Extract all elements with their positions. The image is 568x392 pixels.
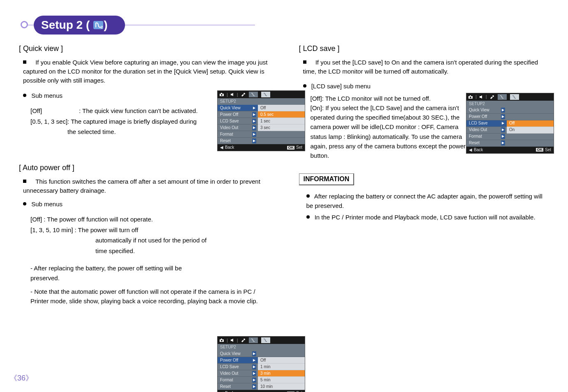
apo-note2: - Note that the automatic power off func… [30, 287, 269, 306]
dot-bullet-icon [303, 84, 306, 88]
page-number: 《36》 [10, 373, 33, 383]
menu-value[interactable]: Off [258, 357, 305, 364]
menu-value-blank [507, 107, 554, 114]
menu-value[interactable]: 3 sec [258, 125, 305, 131]
square-bullet-icon [23, 60, 26, 64]
apo-min-val: automatically if not used for the period… [95, 235, 207, 256]
menu-item-format[interactable]: Format▶ [466, 134, 507, 140]
svg-point-4 [221, 94, 223, 96]
setup2-tab-icon [261, 92, 270, 97]
ok-key[interactable]: OK [287, 146, 294, 150]
dot-bullet-icon [23, 202, 26, 205]
menu-value-blank [507, 134, 554, 140]
menu-value[interactable]: 1 sec [258, 118, 305, 125]
menu-value-selected[interactable]: 3 min [258, 370, 305, 377]
arrow-left-icon: ◀ [220, 145, 223, 150]
menu-item-quick-view[interactable]: Quick View▶ [466, 107, 507, 114]
page-title-pill: Setup 2 ( 2 ) [19, 15, 244, 35]
menu-item-power-off[interactable]: Power Off▶ [218, 111, 258, 118]
menu-screenshot-lcdsave: | | SETUP2 Quick View▶ Power Off▶ LCD Sa… [466, 93, 554, 154]
setup2-tab-icon [261, 337, 270, 343]
menu-value-selected[interactable]: Off [507, 120, 554, 127]
menu-item-power-off[interactable]: Power Off▶ [466, 114, 507, 120]
tool-icon [241, 92, 246, 97]
arrow-right-icon: ▶ [252, 138, 256, 143]
svg-point-8 [221, 340, 223, 341]
arrow-right-icon: ▶ [252, 384, 256, 389]
back-label[interactable]: Back [474, 148, 483, 152]
quick-view-text: If you enable Quick View before capturin… [23, 59, 267, 84]
menu-value[interactable]: 5 min [258, 377, 305, 383]
setup2-tab-icon [510, 94, 519, 100]
arrow-right-icon: ▶ [252, 125, 256, 130]
lcd-save-text: If you set the [LCD save] to On and the … [303, 59, 538, 75]
menu-item-video-out[interactable]: Video Out▶ [218, 125, 258, 131]
apo-min-key: [1, 3, 5, 10 min] : The power will turn … [30, 225, 207, 235]
menu-item-lcd-save[interactable]: LCD Save▶ [218, 364, 258, 370]
arrow-right-icon: ▶ [252, 378, 256, 383]
arrow-left-icon: ◀ [469, 148, 472, 152]
menu-value-blank [507, 140, 554, 147]
arrow-right-icon: ▶ [252, 371, 256, 376]
set-label[interactable]: Set [545, 148, 551, 152]
arrow-right-icon: ▶ [252, 132, 256, 137]
dot-bullet-icon [23, 94, 26, 97]
svg-rect-3 [221, 93, 222, 94]
arrow-right-icon: ▶ [501, 114, 505, 119]
menu-item-reset[interactable]: Reset▶ [218, 383, 258, 390]
menu-header: SETUP2 [466, 101, 554, 107]
information-heading: INFORMATION [299, 173, 355, 185]
dot-bullet-icon [306, 194, 310, 198]
setup2-icon: 2 [93, 21, 104, 30]
arrow-right-icon: ▶ [252, 119, 256, 124]
menu-header: SETUP2 [218, 98, 305, 105]
auto-power-heading: [ Auto power off ] [19, 164, 269, 172]
quick-view-heading: [ Quick view ] [19, 44, 269, 53]
arrow-right-icon: ▶ [252, 358, 256, 363]
arrow-right-icon: ▶ [252, 106, 256, 111]
svg-marker-13 [480, 95, 482, 99]
svg-point-12 [470, 97, 471, 98]
info-text-1: After replacing the battery or connect t… [306, 193, 542, 209]
menu-value[interactable]: 10 min [258, 383, 305, 390]
sound-icon [479, 95, 483, 99]
arrow-right-icon: ▶ [501, 141, 505, 145]
menu-value-blank [258, 131, 305, 138]
tool-icon [241, 338, 246, 342]
menu-item-reset[interactable]: Reset▶ [218, 138, 258, 144]
menu-item-power-off[interactable]: Power Off▶ [218, 357, 258, 364]
camera-icon [468, 95, 473, 99]
menu-item-format[interactable]: Format▶ [218, 131, 258, 138]
menu-value[interactable]: Off [258, 105, 305, 111]
page-title-text-prefix: Setup 2 ( [41, 18, 90, 32]
ok-key[interactable]: OK [536, 148, 543, 152]
menu-screenshot-poweroff: | | SETUP2 Quick View▶ Power Off▶ LCD Sa… [217, 336, 305, 392]
svg-rect-11 [470, 95, 471, 96]
menu-item-format[interactable]: Format▶ [218, 377, 258, 383]
menu-value-blank [258, 350, 305, 357]
menu-topbar: | | [218, 91, 305, 98]
menu-item-reset[interactable]: Reset▶ [466, 140, 507, 147]
menu-item-lcd-save[interactable]: LCD Save▶ [218, 118, 258, 125]
title-accent-circle [21, 21, 28, 28]
setup1-tab-icon [498, 94, 507, 100]
menu-screenshot-quickview: | | [217, 90, 305, 151]
square-bullet-icon [303, 60, 306, 64]
menu-value-selected[interactable]: 0.5 sec [258, 111, 305, 118]
lcd-on-line: [On]: If you select the [LCD Save] and t… [311, 103, 471, 161]
menu-item-video-out[interactable]: Video Out▶ [466, 127, 507, 134]
sound-icon [230, 338, 234, 342]
menu-value[interactable]: On [507, 127, 554, 134]
page-title: Setup 2 ( 2 ) [34, 16, 125, 35]
menu-item-lcd-save[interactable]: LCD Save▶ [466, 120, 507, 127]
menu-item-video-out[interactable]: Video Out▶ [218, 370, 258, 377]
arrow-right-icon: ▶ [501, 121, 505, 126]
back-label[interactable]: Back [225, 145, 234, 150]
menu-item-quick-view[interactable]: Quick View▶ [218, 350, 258, 357]
menu-value[interactable]: 1 min [258, 364, 305, 370]
camera-icon [219, 92, 224, 97]
set-label[interactable]: Set [296, 145, 302, 150]
arrow-right-icon: ▶ [501, 134, 505, 139]
qv-sec-val: : The captured image is briefly displaye… [67, 116, 203, 137]
menu-item-quick-view[interactable]: Quick View▶ [218, 105, 258, 111]
